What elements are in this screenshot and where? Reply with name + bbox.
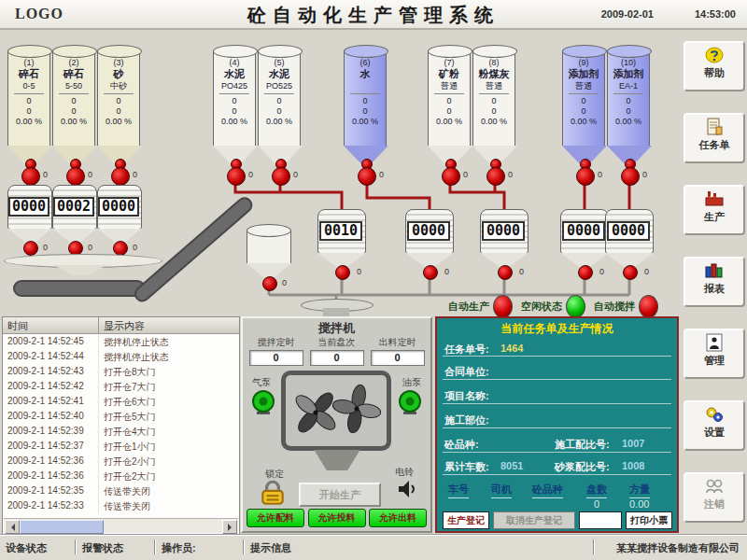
- silo-divider: [434, 93, 464, 94]
- silo-target-value: 0: [214, 96, 255, 106]
- sidebar-label: 任务单: [685, 138, 743, 152]
- log-horizontal-scrollbar[interactable]: [4, 518, 238, 533]
- silo-actual-value: 0: [473, 106, 514, 117]
- log-rows: 2009-2-1 14:52:45 搅拌机停止状态 2009-2-1 14:52…: [3, 334, 239, 513]
- silo-number: (7): [429, 57, 470, 68]
- site-label: 施工部位:: [444, 413, 489, 427]
- sidebar-button-reports[interactable]: 报表: [684, 257, 745, 307]
- lock-icon[interactable]: [258, 478, 288, 508]
- silo-material-grade: 普通: [473, 80, 514, 91]
- permission-button[interactable]: 允许配料: [247, 509, 304, 527]
- silo-discharge-valve[interactable]: [111, 167, 130, 186]
- truck-count-value: 8051: [500, 460, 523, 471]
- permission-buttons: 允许配料 允许投料 允许出料: [243, 509, 430, 527]
- col-batches: 盘数: [586, 483, 607, 498]
- silo-target-value: 0: [429, 96, 470, 106]
- silo-discharge-valve[interactable]: [358, 167, 376, 186]
- silo-actual-value: 0: [53, 106, 94, 117]
- silo-deviation-percent: 0.00 %: [345, 117, 386, 127]
- transfer-hopper-valve[interactable]: [262, 276, 277, 291]
- weigh-hopper-valve[interactable]: [113, 241, 128, 256]
- silo-discharge-valve[interactable]: [21, 167, 40, 186]
- weigh-hopper-valve[interactable]: [335, 265, 350, 280]
- silo-discharge-valve[interactable]: [227, 167, 246, 186]
- silo-material-name: 砂: [98, 68, 139, 80]
- log-row: 2009-2-1 14:52:44 搅拌机停止状态: [3, 349, 239, 364]
- aggregate-weigh-hopper: 0002 0: [52, 185, 97, 258]
- log-row: 2009-2-1 14:52:36 打开仓2小门: [3, 454, 239, 469]
- sidebar-button-logout[interactable]: 注销: [684, 472, 745, 523]
- sidebar-button-help[interactable]: 帮助: [684, 41, 745, 91]
- silo-number: (2): [53, 57, 94, 68]
- volume-value: 0.00: [629, 498, 649, 510]
- silo-divider: [59, 93, 89, 94]
- start-production-button[interactable]: 开始生产: [299, 483, 381, 507]
- permission-button[interactable]: 允许投料: [308, 509, 366, 527]
- silo-discharge-valve[interactable]: [621, 167, 640, 186]
- permission-button[interactable]: 允许出料: [369, 509, 427, 527]
- task-no-label: 任务单号:: [444, 343, 489, 357]
- silo-target-value: 0: [259, 96, 300, 106]
- log-time: 2009-2-1 14:52:44: [3, 349, 99, 364]
- sidebar-label: 生产: [685, 210, 743, 224]
- weight-display: 0000: [482, 221, 525, 241]
- scrollbar-thumb[interactable]: [20, 520, 104, 534]
- silo-discharge-valve[interactable]: [576, 167, 595, 186]
- silo-divider: [613, 93, 643, 94]
- weight-display: 0000: [562, 221, 605, 241]
- sidebar-button-settings[interactable]: 设置: [684, 400, 745, 451]
- mixer-panel: 搅拌机 搅拌定时 0 当前盘次 0 出料定时 0 气泵 油泵: [241, 316, 432, 533]
- silo-number: (10): [608, 57, 649, 68]
- valve-value: 0: [248, 170, 253, 179]
- valve-value: 0: [508, 170, 513, 179]
- date-display: 2009-02-01: [601, 8, 654, 20]
- inclined-conveyor-belt: [131, 194, 255, 305]
- settings-icon: [703, 405, 726, 424]
- sidebar-button-management[interactable]: 管理: [684, 329, 745, 379]
- silo-material-grade: [345, 80, 386, 91]
- bell-speaker-icon[interactable]: [395, 477, 419, 501]
- production-status-lamps: 自动生产 空闲状态 自动搅拌: [448, 295, 658, 318]
- scroll-right-arrow[interactable]: [222, 520, 237, 534]
- silo-material-name: 水: [345, 68, 386, 80]
- print-ticket-button[interactable]: 打印小票: [626, 511, 672, 529]
- weigh-hopper-valve[interactable]: [578, 265, 593, 280]
- blank-field-box[interactable]: [579, 511, 622, 529]
- weigh-hopper-valve[interactable]: [623, 265, 638, 280]
- silo-top: [258, 45, 303, 58]
- silo-number: (6): [345, 57, 386, 68]
- mixer-field-label: 出料定时: [371, 336, 425, 349]
- silo-discharge-valve[interactable]: [272, 167, 290, 186]
- project-label: 项目名称:: [444, 389, 489, 403]
- sidebar-button-production[interactable]: 生产: [684, 185, 745, 235]
- log-row: 2009-2-1 14:52:33 传送带关闭: [3, 498, 239, 513]
- silo-discharge-valve[interactable]: [442, 167, 460, 186]
- silo-top: [344, 45, 388, 58]
- horizontal-conveyor-belt: [13, 280, 146, 297]
- valve-value: 0: [43, 243, 48, 252]
- log-time: 2009-2-1 14:52:43: [3, 364, 99, 379]
- log-time: 2009-2-1 14:52:41: [3, 394, 99, 409]
- scroll-left-arrow[interactable]: [5, 520, 20, 534]
- material-silo: (7) 矿粉 普通 0 0 0.00 % 0: [428, 45, 472, 187]
- mixer-timers: 搅拌定时 0 当前盘次 0 出料定时 0: [243, 336, 430, 366]
- silo-material-name: 矿粉: [429, 68, 470, 80]
- cancel-register-button[interactable]: 取消生产登记: [493, 511, 575, 529]
- material-silo: (5) 水泥 PO525 0 0 0.00 % 0: [258, 45, 303, 187]
- mixer-field-value: 0: [249, 350, 303, 366]
- silo-discharge-valve[interactable]: [486, 167, 505, 186]
- weigh-hopper-valve[interactable]: [423, 265, 438, 280]
- weigh-hopper-valve[interactable]: [498, 265, 513, 280]
- sidebar-button-task-list[interactable]: 任务单: [684, 113, 745, 163]
- silo-material-name: 碎石: [8, 68, 49, 80]
- sidebar-label: 管理: [685, 354, 743, 368]
- production-register-button[interactable]: 生产登记: [443, 511, 489, 529]
- help-icon: [703, 46, 726, 64]
- mixer-field: 当前盘次 0: [310, 336, 364, 366]
- silo-deviation-percent: 0.00 %: [473, 117, 514, 127]
- log-row: 2009-2-1 14:52:40 打开仓5大门: [3, 409, 239, 424]
- silo-discharge-valve[interactable]: [66, 167, 85, 186]
- col-truck-no: 车号: [448, 483, 469, 498]
- silo-divider: [14, 93, 44, 94]
- weigh-hopper-valve[interactable]: [23, 241, 38, 256]
